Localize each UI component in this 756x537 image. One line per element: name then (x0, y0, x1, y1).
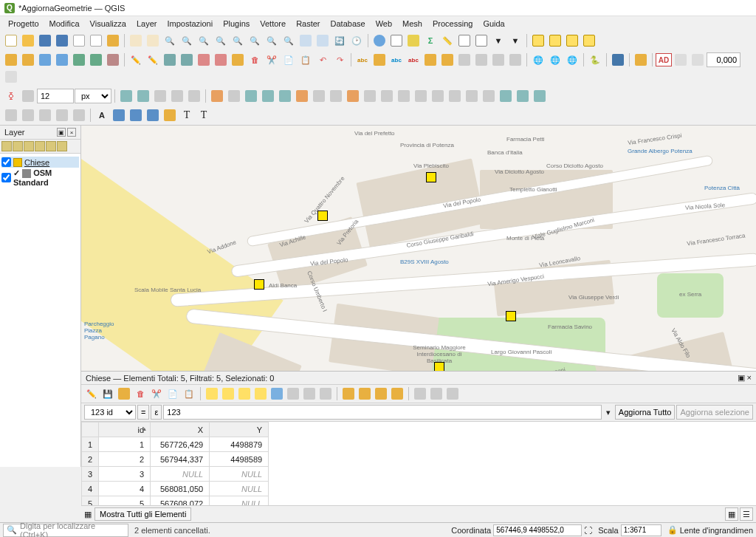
label-pin-icon[interactable]: abc (388, 52, 405, 68)
menu-visualizza[interactable]: Visualizza (85, 18, 131, 30)
label-rotate-icon[interactable] (439, 52, 456, 68)
zoom-layer-icon[interactable]: 🔍 (230, 33, 246, 49)
adv-digi-1-icon[interactable] (209, 88, 225, 104)
globe-icon[interactable]: 🌐 (530, 52, 546, 68)
move-top-icon[interactable] (286, 386, 300, 401)
snap-intersect-icon[interactable] (152, 88, 168, 104)
adv-digi-11-icon[interactable] (379, 88, 395, 104)
adv-digi-15-icon[interactable] (447, 88, 463, 104)
copy-icon[interactable]: 📄 (281, 52, 297, 68)
temporal-icon[interactable]: 🕑 (348, 33, 365, 49)
new-3d-icon[interactable] (315, 33, 331, 49)
processing-icon[interactable] (633, 52, 649, 68)
new-field-icon[interactable] (341, 386, 356, 401)
map-marker[interactable] (317, 211, 328, 221)
add-row-icon[interactable] (117, 386, 131, 401)
layer-add-group-icon[interactable] (13, 141, 23, 151)
table-row[interactable]: 44568081,050NULL (82, 482, 269, 496)
menu-processing[interactable]: Processing (427, 18, 478, 30)
adv-digi-14-icon[interactable] (430, 88, 446, 104)
expression-input[interactable] (163, 405, 602, 420)
select-features-icon[interactable] (530, 33, 546, 49)
save-edits-icon[interactable]: 💾 (100, 386, 115, 401)
new-map-icon[interactable] (298, 33, 314, 49)
zoom-full-icon[interactable]: 🔍 (196, 33, 212, 49)
adv-digi-6-icon[interactable] (294, 88, 310, 104)
table-view-icon[interactable]: ▦ (725, 507, 738, 521)
redo-icon[interactable]: ↷ (331, 52, 348, 68)
update-selection-button[interactable]: Aggiorna selezione (676, 405, 753, 420)
shape-poly-icon[interactable] (54, 107, 70, 123)
modify-attr-icon[interactable] (230, 52, 246, 68)
osm-icon[interactable]: 🌐 (564, 52, 580, 68)
menu-guida[interactable]: Guida (478, 18, 509, 30)
bookmark-icon[interactable] (473, 33, 489, 49)
sigma-icon[interactable]: Σ (422, 33, 439, 49)
menu-progetto[interactable]: Progetto (3, 18, 44, 30)
split-icon[interactable] (145, 107, 161, 123)
menu-layer[interactable]: Layer (131, 18, 162, 30)
adv-digi-13-icon[interactable] (413, 88, 429, 104)
menu-vettore[interactable]: Vettore (255, 18, 291, 30)
label-hide-icon[interactable]: abc (405, 52, 422, 68)
advanced-digitize-toggle[interactable]: AD (656, 53, 672, 66)
panel-undock-icon[interactable]: ▣ (738, 373, 745, 382)
map-marker[interactable] (426, 172, 436, 182)
menu-database[interactable]: Database (326, 18, 371, 30)
cond-fmt-icon[interactable] (413, 386, 427, 401)
layer-visibility-icon[interactable] (24, 141, 34, 151)
layer-checkbox[interactable] (1, 173, 11, 182)
measure-icon[interactable]: 📏 (439, 33, 456, 49)
adv-digi-9-icon[interactable] (345, 88, 361, 104)
paste-icon[interactable]: 📋 (298, 52, 314, 68)
layer-filter-icon[interactable] (35, 141, 45, 151)
filter-sel-icon[interactable] (269, 386, 284, 401)
zoom-next-icon[interactable]: 🔍 (281, 33, 297, 49)
text-anno-icon[interactable]: T (179, 107, 195, 123)
menu-impostazioni[interactable]: Impostazioni (162, 18, 218, 30)
new-vector-icon[interactable] (37, 52, 53, 68)
menu-mesh[interactable]: Mesh (397, 18, 427, 30)
snap-unit-select[interactable]: px (75, 89, 111, 103)
table-row[interactable]: 11567726,4294498879 (82, 437, 269, 452)
shape-rect-icon[interactable] (3, 107, 19, 123)
coord-input[interactable] (493, 524, 582, 536)
topo-edit-icon[interactable] (118, 88, 134, 104)
epsilon-button[interactable]: ε (151, 405, 162, 420)
digitize-icon[interactable] (179, 52, 195, 68)
extent-icon[interactable]: ⛶ (584, 526, 592, 535)
vertex-edit-icon[interactable] (111, 107, 127, 123)
undo-icon[interactable]: ↶ (315, 52, 331, 68)
refresh-icon[interactable]: 🔄 (331, 33, 348, 49)
snap-area-icon[interactable] (186, 88, 202, 104)
map-marker[interactable] (506, 311, 516, 321)
attribute-grid[interactable]: id X Y 11567726,429449887922567944,33744… (81, 422, 756, 505)
panel-close-icon[interactable]: × (747, 373, 752, 382)
col-id[interactable]: id (99, 423, 151, 437)
form-view-icon[interactable]: ☰ (740, 507, 753, 521)
move-feature-icon[interactable] (196, 52, 212, 68)
zoom-in-icon[interactable]: 🔍 (162, 33, 178, 49)
menu-raster[interactable]: Raster (291, 18, 325, 30)
select-expr-icon[interactable] (205, 386, 219, 401)
equals-button[interactable]: = (137, 405, 149, 420)
zoom-out-icon[interactable]: 🔍 (179, 33, 195, 49)
save-as-icon[interactable] (54, 33, 70, 49)
filter-icon[interactable]: ▦ (84, 510, 92, 519)
layer-style-icon[interactable] (1, 141, 12, 151)
snap-config-icon[interactable] (20, 88, 36, 104)
adv-digi-16-icon[interactable] (464, 88, 480, 104)
select-all-icon[interactable] (221, 386, 236, 401)
layer-item-osm[interactable]: ✓ OSM Standard (1, 168, 79, 188)
label-move-icon[interactable] (422, 52, 439, 68)
layout-manager-icon[interactable] (88, 33, 104, 49)
label-settings-icon[interactable] (371, 52, 388, 68)
snap-toggle-icon[interactable]: ⧲ (3, 88, 19, 104)
label-change-icon[interactable] (456, 52, 472, 68)
reshape-icon[interactable] (128, 107, 144, 123)
table-row[interactable]: 22567944,3374498589 (82, 452, 269, 467)
cut-icon[interactable]: ✂️ (264, 52, 280, 68)
layer-item-chiese[interactable]: Chiese (1, 157, 79, 168)
snap-distance-input[interactable] (37, 89, 74, 103)
delete-row-icon[interactable]: 🗑 (133, 386, 148, 401)
